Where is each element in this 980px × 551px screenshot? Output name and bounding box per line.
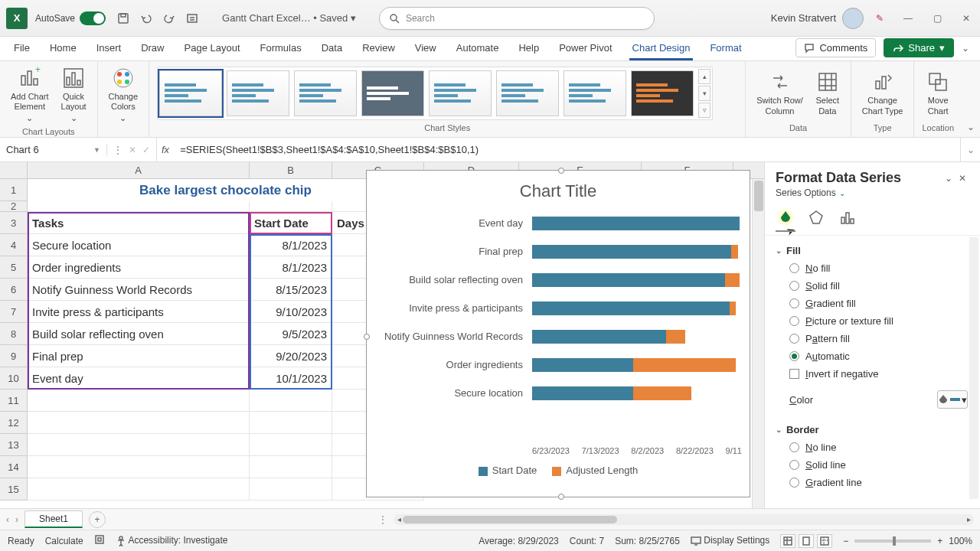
series-options-tab[interactable]	[837, 207, 857, 227]
cell[interactable]: 9/10/2023	[250, 301, 332, 323]
row-header[interactable]: 4	[0, 234, 28, 256]
cell[interactable]: Build solar reflecting oven	[28, 323, 250, 345]
row-header[interactable]: 15	[0, 478, 28, 500]
cell[interactable]: Order ingredients	[28, 256, 250, 279]
save-icon[interactable]	[116, 11, 130, 25]
chart-legend[interactable]: Start Date Adjusted Length	[367, 455, 750, 485]
col-header-B[interactable]: B	[250, 162, 332, 178]
cell[interactable]: Event day	[28, 367, 250, 390]
formula-cancel-icon[interactable]: ✕	[129, 145, 136, 155]
chart-style-5[interactable]	[429, 70, 492, 116]
border-option-gradient[interactable]: Gradient line	[776, 474, 969, 491]
border-section-toggle[interactable]: ⌄Border	[776, 421, 969, 439]
toggle-switch[interactable]	[80, 11, 106, 25]
row-header[interactable]: 5	[0, 256, 28, 279]
cell[interactable]: Tasks	[28, 212, 250, 234]
row-header[interactable]: 9	[0, 345, 28, 367]
tab-draw[interactable]: Draw	[138, 37, 167, 60]
cell[interactable]: 10/1/2023	[250, 367, 332, 390]
tab-review[interactable]: Review	[359, 37, 398, 60]
tab-home[interactable]: Home	[47, 37, 80, 60]
close-icon[interactable]: ✕	[959, 13, 974, 24]
cell[interactable]: Invite press & participants	[28, 301, 250, 323]
page-layout-view-icon[interactable]	[799, 534, 814, 548]
pen-icon[interactable]: ✎	[873, 11, 887, 25]
fill-option-solid[interactable]: Solid fill	[776, 277, 969, 295]
pane-scrollbar[interactable]	[969, 237, 978, 499]
col-header-A[interactable]: A	[28, 162, 250, 178]
zoom-level[interactable]: 100%	[949, 536, 972, 546]
accessibility-status[interactable]: Accessibility: Investigate	[116, 535, 228, 546]
worksheet-grid[interactable]: A B C D E F 1 2 3 4 5 6 7 8 9 10 11 12 1…	[0, 162, 764, 508]
chart-title[interactable]: Chart Title	[367, 171, 750, 206]
cell[interactable]: 9/5/2023	[250, 323, 332, 345]
chart-style-7[interactable]	[564, 70, 626, 116]
row-header[interactable]: 13	[0, 434, 28, 456]
tab-data[interactable]: Data	[318, 37, 345, 60]
chart-x-axis[interactable]: 6/23/2023 7/13/2023 8/2/2023 8/22/2023 9…	[367, 443, 750, 455]
pane-close-icon[interactable]: ✕	[956, 173, 969, 184]
zoom-in-icon[interactable]: +	[937, 536, 942, 546]
tab-file[interactable]: File	[11, 37, 33, 60]
row-header[interactable]: 1	[0, 179, 28, 201]
zoom-slider[interactable]	[854, 540, 931, 543]
border-option-no-line[interactable]: No line	[776, 439, 969, 456]
formula-expand-icon[interactable]: ⌄	[960, 138, 980, 161]
view-mode-buttons[interactable]	[780, 534, 832, 548]
tab-page-layout[interactable]: Page Layout	[181, 37, 243, 60]
border-option-solid[interactable]: Solid line	[776, 456, 969, 474]
row-header[interactable]: 11	[0, 390, 28, 412]
chart-style-8[interactable]	[631, 70, 694, 116]
tab-format[interactable]: Format	[707, 37, 744, 60]
account-button[interactable]: Kevin Stratvert	[771, 8, 864, 29]
fill-option-gradient[interactable]: Gradient fill	[776, 295, 969, 312]
page-break-view-icon[interactable]	[817, 534, 832, 548]
minimize-icon[interactable]: —	[900, 13, 916, 24]
fill-option-picture[interactable]: Picture or texture fill	[776, 312, 969, 330]
tab-power-pivot[interactable]: Power Pivot	[556, 37, 615, 60]
formula-enter-icon[interactable]: ✓	[142, 145, 150, 155]
tab-formulas[interactable]: Formulas	[257, 37, 305, 60]
share-button[interactable]: Share ▾	[884, 38, 954, 57]
normal-view-icon[interactable]	[780, 534, 795, 548]
redo-icon[interactable]	[162, 11, 176, 25]
switch-row-column-button[interactable]: Switch Row/ Column	[753, 68, 806, 117]
cell[interactable]: Notify Guinness World Records	[28, 279, 250, 301]
document-name[interactable]: Gantt Chart Excel… • Saved ▾	[222, 12, 356, 24]
comments-button[interactable]: Comments	[795, 38, 876, 57]
chart-style-2[interactable]	[227, 70, 289, 116]
tab-view[interactable]: View	[412, 37, 439, 60]
autosave-toggle[interactable]: AutoSave	[35, 11, 106, 25]
select-data-button[interactable]: Select Data	[812, 68, 843, 117]
fill-section-toggle[interactable]: ⌄Fill	[776, 242, 969, 259]
tab-insert[interactable]: Insert	[93, 37, 125, 60]
row-header[interactable]: 8	[0, 323, 28, 345]
sheet-more-icon[interactable]: ⋮	[378, 514, 387, 525]
change-colors-button[interactable]: Change Colors ⌄	[106, 64, 142, 126]
select-all-corner[interactable]	[0, 162, 28, 179]
row-headers[interactable]: 1 2 3 4 5 6 7 8 9 10 11 12 13 14 15	[0, 179, 28, 500]
move-chart-button[interactable]: Move Chart	[923, 68, 953, 117]
cell-title[interactable]: Bake largest chocolate chip	[28, 179, 424, 201]
ribbon-collapse-icon[interactable]: ⌄	[962, 43, 969, 54]
zoom-control[interactable]: − + 100%	[843, 536, 972, 546]
cell[interactable]: 8/1/2023	[250, 234, 332, 256]
name-box[interactable]: Chart 6▼	[0, 144, 107, 155]
embedded-chart[interactable]: Chart Title Event day Final prep Build s…	[366, 170, 750, 497]
tab-help[interactable]: Help	[515, 37, 542, 60]
fill-option-no-fill[interactable]: No fill	[776, 259, 969, 277]
row-header[interactable]: 7	[0, 301, 28, 323]
row-header[interactable]: 10	[0, 367, 28, 390]
quick-layout-button[interactable]: Quick Layout ⌄	[58, 64, 90, 126]
maximize-icon[interactable]: ▢	[929, 13, 945, 24]
chart-style-1[interactable]	[159, 70, 222, 116]
display-settings-button[interactable]: Display Settings	[691, 535, 769, 546]
fill-option-pattern[interactable]: Pattern fill	[776, 330, 969, 347]
row-header[interactable]: 14	[0, 456, 28, 478]
chart-style-6[interactable]	[496, 70, 559, 116]
change-chart-type-button[interactable]: Change Chart Type	[859, 68, 906, 117]
vertical-scrollbar[interactable]	[752, 179, 764, 508]
chart-style-3[interactable]	[294, 70, 357, 116]
status-macro-icon[interactable]	[94, 534, 105, 547]
sheet-nav-next-icon[interactable]: ›	[15, 514, 18, 525]
